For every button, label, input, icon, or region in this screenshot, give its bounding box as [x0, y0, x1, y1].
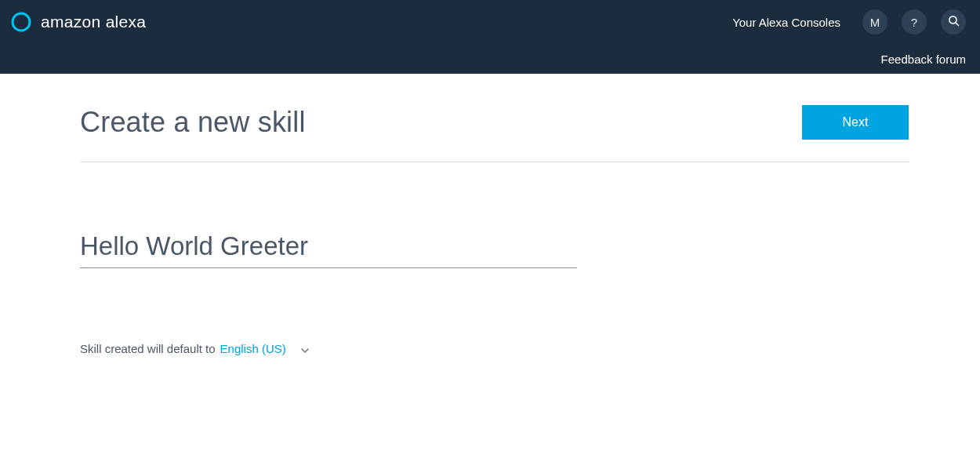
logo[interactable]: amazon alexa	[11, 12, 146, 32]
language-dropdown[interactable]: English (US)	[220, 342, 310, 355]
avatar-letter: M	[870, 16, 880, 29]
feedback-forum-link[interactable]: Feedback forum	[881, 53, 966, 66]
your-alexa-consoles-link[interactable]: Your Alexa Consoles	[732, 16, 840, 29]
logo-text: amazon alexa	[41, 13, 146, 31]
language-row: Skill created will default to English (U…	[80, 342, 909, 355]
skill-name-input[interactable]	[80, 228, 577, 268]
question-mark-icon: ?	[911, 16, 917, 29]
help-button[interactable]: ?	[902, 9, 927, 35]
sub-header: Feedback forum	[0, 44, 980, 74]
svg-line-2	[955, 23, 958, 26]
chevron-down-icon	[300, 344, 310, 354]
page-title: Create a new skill	[80, 106, 306, 139]
next-button[interactable]: Next	[802, 105, 909, 140]
account-avatar-button[interactable]: M	[862, 9, 887, 35]
search-icon	[947, 14, 960, 30]
language-selected-value: English (US)	[220, 342, 286, 355]
top-header: amazon alexa Your Alexa Consoles M ?	[0, 0, 980, 44]
header-icon-group: M ?	[862, 9, 966, 35]
alexa-ring-icon	[11, 12, 31, 32]
title-row: Create a new skill Next	[80, 105, 909, 162]
skill-name-section	[80, 228, 909, 268]
main-content: Create a new skill Next Skill created wi…	[80, 74, 909, 355]
search-button[interactable]	[941, 9, 966, 35]
language-prefix-label: Skill created will default to	[80, 342, 216, 355]
svg-point-0	[13, 13, 30, 31]
